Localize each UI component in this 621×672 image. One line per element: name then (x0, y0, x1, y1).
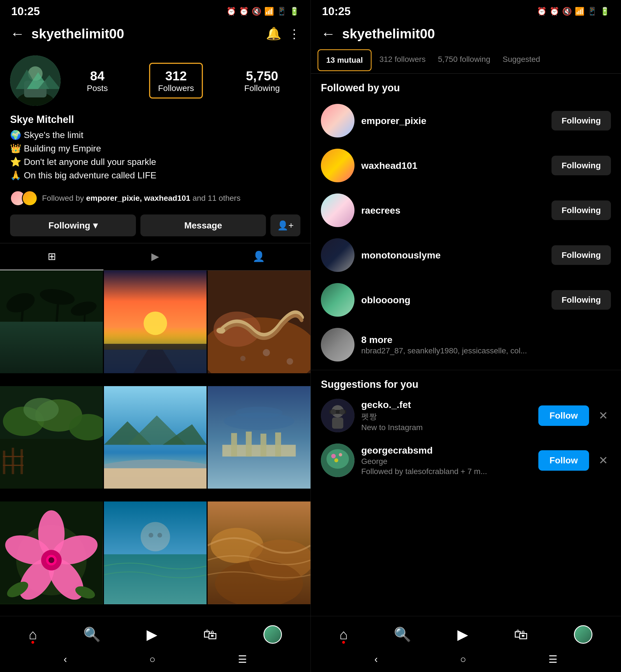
dismiss-gecko-fet[interactable]: ✕ (596, 406, 611, 425)
follower-tabs: 13 mutual 312 followers 5,750 following … (311, 47, 621, 74)
battery-icon-r: 🔋 (600, 7, 610, 16)
username-georgecrabsmd[interactable]: georgecrabsmd (361, 445, 532, 456)
grid-photo-7[interactable] (0, 501, 103, 604)
grid-photo-9[interactable] (208, 501, 310, 604)
suggested-tab-label: Suggested (503, 55, 540, 63)
back-button-left[interactable]: ← (10, 26, 25, 41)
username-raecrees[interactable]: raecrees (361, 205, 545, 216)
signal-icon: 📱 (277, 7, 287, 16)
follow-button-georgecrabsmd[interactable]: Follow (538, 450, 589, 471)
grid-photo-1[interactable] (0, 270, 103, 373)
add-person-icon: 👤+ (277, 220, 294, 230)
tab-tagged[interactable]: 👤 (207, 243, 310, 270)
following-button-monotonouslyme[interactable]: Following (551, 245, 611, 265)
svg-point-84 (334, 458, 338, 462)
following-button-emporer-pixie[interactable]: Following (551, 111, 611, 131)
sub1-georgecrabsmd: George (361, 457, 532, 466)
grid-photo-3[interactable] (208, 270, 310, 373)
user-row-more[interactable]: 8 more nbrad27_87, seankelly1980, jessic… (311, 322, 621, 367)
user-info-emporer-pixie: emporer_pixie (361, 116, 545, 126)
followed-avatars (10, 190, 38, 206)
user-avatar-more (321, 328, 355, 361)
system-recents-button[interactable]: ☰ (238, 654, 247, 665)
user-row-georgecrabsmd: georgecrabsmd George Followed by talesof… (311, 438, 621, 483)
user-avatar-monotonouslyme[interactable] (321, 238, 355, 272)
user-info-obloooong: obloooong (361, 295, 545, 306)
user-info-georgecrabsmd: georgecrabsmd George Followed by talesof… (361, 445, 532, 476)
username-waxhead101[interactable]: waxhead101 (361, 160, 545, 171)
user-avatar-raecrees[interactable] (321, 193, 355, 227)
following-stat[interactable]: 5,750 Following (244, 68, 280, 93)
bio-line-3: ⭐ Don't let anyone dull your sparkle (10, 155, 300, 169)
profile-display-name: Skye Mitchell (10, 114, 300, 126)
tab-followers[interactable]: 312 followers (374, 47, 431, 73)
profile-nav-avatar-right[interactable] (574, 625, 592, 644)
tab-reels[interactable]: ▶ (104, 243, 207, 270)
system-home-button[interactable]: ○ (149, 654, 156, 665)
user-info-more: 8 more nbrad27_87, seankelly1980, jessic… (361, 334, 611, 355)
grid-photo-8[interactable] (104, 501, 207, 604)
following-button-raecrees[interactable]: Following (551, 200, 611, 220)
svg-point-82 (331, 454, 336, 458)
status-bar-left: 10:25 ⏰ ⏰ 🔇 📶 📱 🔋 (0, 0, 310, 20)
shop-nav-icon[interactable]: 🛍 (203, 626, 217, 642)
system-back-button[interactable]: ‹ (64, 654, 67, 665)
back-button-right[interactable]: ← (321, 26, 335, 41)
username-obloooong[interactable]: obloooong (361, 295, 545, 306)
dismiss-georgecrabsmd[interactable]: ✕ (596, 451, 611, 469)
grid-photo-4[interactable] (0, 386, 103, 489)
add-person-button[interactable]: 👤+ (271, 215, 300, 236)
followed-by-prefix: Followed by (42, 194, 86, 203)
user-avatar-obloooong[interactable] (321, 283, 355, 317)
username-monotonouslyme[interactable]: monotonouslyme (361, 250, 545, 261)
home-nav-icon[interactable]: ⌂ (29, 626, 37, 642)
system-home-button-right[interactable]: ○ (460, 654, 466, 665)
tab-suggested[interactable]: Suggested (497, 47, 546, 73)
tab-grid[interactable]: ⊞ (0, 243, 104, 270)
reels-nav-icon[interactable]: ▶ (147, 626, 157, 642)
username-gecko-fet[interactable]: gecko._.fet (361, 399, 532, 410)
following-button-waxhead101[interactable]: Following (551, 156, 611, 175)
grid-photo-5[interactable] (104, 386, 207, 489)
status-time-right: 10:25 (322, 5, 350, 18)
follow-button-gecko-fet[interactable]: Follow (538, 405, 589, 426)
grid-photo-2[interactable] (104, 270, 207, 373)
user-info-gecko-fet: gecko._.fet 펫짱 New to Instagram (361, 399, 532, 432)
tab-mutual[interactable]: 13 mutual (318, 49, 372, 71)
reels-nav-icon-right[interactable]: ▶ (457, 626, 468, 642)
followers-stat[interactable]: 312 Followers (149, 63, 203, 98)
mute-icon: 🔇 (252, 7, 261, 16)
user-avatar-gecko-fet[interactable] (321, 399, 355, 432)
svg-point-68 (149, 533, 153, 538)
shop-nav-icon-right[interactable]: 🛍 (514, 626, 528, 642)
svg-rect-47 (231, 433, 237, 456)
bell-icon[interactable]: 🔔 (266, 26, 281, 41)
system-recents-button-right[interactable]: ☰ (548, 654, 557, 665)
user-avatar-georgecrabsmd[interactable] (321, 444, 355, 477)
left-phone-panel: 10:25 ⏰ ⏰ 🔇 📶 📱 🔋 ← skyethelimit00 🔔 ⋮ (0, 0, 310, 672)
grid-icon: ⊞ (48, 251, 56, 262)
user-avatar-waxhead101[interactable] (321, 149, 355, 182)
profile-avatar[interactable] (10, 55, 60, 106)
home-nav-icon-right[interactable]: ⌂ (339, 626, 348, 642)
following-button-obloooong[interactable]: Following (551, 290, 611, 310)
tab-following[interactable]: 5,750 following (432, 47, 496, 73)
user-avatar-emporer-pixie[interactable] (321, 104, 355, 137)
grid-photo-6[interactable] (208, 386, 310, 489)
follower-mini-avatar-2 (22, 190, 38, 206)
message-button[interactable]: Message (140, 215, 266, 236)
search-nav-icon-right[interactable]: 🔍 (394, 626, 411, 642)
search-nav-icon[interactable]: 🔍 (83, 626, 100, 642)
mute-icon-r: 🔇 (562, 7, 572, 16)
posts-stat[interactable]: 84 Posts (87, 68, 108, 93)
following-button[interactable]: Following ▾ (10, 215, 136, 236)
username-emporer-pixie[interactable]: emporer_pixie (361, 116, 545, 126)
user-row-emporer-pixie: emporer_pixie Following (311, 98, 621, 143)
system-back-button-right[interactable]: ‹ (374, 654, 378, 665)
more-icon[interactable]: ⋮ (288, 27, 300, 41)
wifi-icon: 📶 (264, 7, 274, 16)
profile-nav-avatar[interactable] (263, 625, 282, 644)
followed-others: and 11 others (190, 194, 241, 203)
user-info-raecrees: raecrees (361, 205, 545, 216)
bottom-nav-left: ⌂ 🔍 ▶ 🛍 (0, 616, 310, 649)
